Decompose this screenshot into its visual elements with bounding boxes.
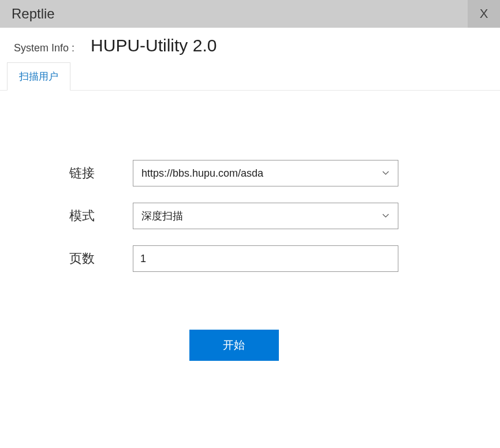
close-icon: X bbox=[480, 6, 488, 21]
tabs: 扫描用户 bbox=[0, 62, 500, 91]
mode-dropdown-text: 深度扫描 bbox=[141, 209, 183, 223]
close-button[interactable]: X bbox=[468, 0, 500, 28]
tab-scan-users[interactable]: 扫描用户 bbox=[7, 62, 70, 91]
link-dropdown-text: https://bbs.hupu.com/asda bbox=[141, 167, 263, 180]
form-row-pages: 页数 bbox=[69, 245, 500, 272]
chevron-down-icon bbox=[382, 169, 390, 177]
mode-label: 模式 bbox=[69, 207, 133, 225]
form-area: 链接 https://bbs.hupu.com/asda 模式 深度扫描 页数 … bbox=[0, 91, 500, 361]
pages-input[interactable] bbox=[133, 245, 398, 272]
form-row-mode: 模式 深度扫描 bbox=[69, 203, 500, 229]
link-label: 链接 bbox=[69, 165, 133, 182]
form-row-link: 链接 https://bbs.hupu.com/asda bbox=[69, 160, 500, 186]
system-info-row: System Info : HUPU-Utility 2.0 bbox=[0, 28, 500, 62]
mode-dropdown[interactable]: 深度扫描 bbox=[133, 203, 398, 229]
start-button[interactable]: 开始 bbox=[189, 330, 279, 361]
start-button-label: 开始 bbox=[223, 338, 245, 353]
titlebar: Reptlie X bbox=[0, 0, 500, 28]
pages-label: 页数 bbox=[69, 250, 133, 267]
system-info-value: HUPU-Utility 2.0 bbox=[91, 36, 217, 55]
system-info-label: System Info : bbox=[14, 42, 74, 54]
link-dropdown[interactable]: https://bbs.hupu.com/asda bbox=[133, 160, 398, 186]
chevron-down-icon bbox=[382, 212, 390, 220]
tab-label: 扫描用户 bbox=[19, 71, 58, 82]
window-title: Reptlie bbox=[12, 6, 55, 22]
button-row: 开始 bbox=[69, 330, 398, 361]
